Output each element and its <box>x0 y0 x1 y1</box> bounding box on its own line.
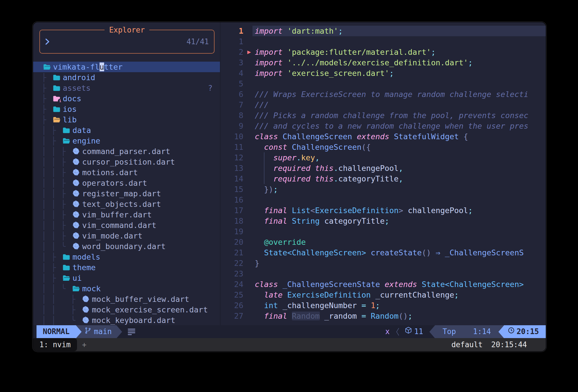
tree-item-vim-buffer-dart[interactable]: ││├vim_buffer.dart <box>33 209 220 220</box>
code-line-10[interactable]: 10class ChallengeScreen extends Stateful… <box>221 131 546 142</box>
tmux-new-window-button[interactable]: + <box>82 340 87 349</box>
code-line-4[interactable]: 4import 'exercise_screen.dart'; <box>221 68 546 78</box>
code-text: }); <box>255 184 546 195</box>
dart-icon <box>72 179 80 187</box>
tree-item-lib[interactable]: ├lib <box>33 114 220 125</box>
code-line-15[interactable]: 15 }); <box>221 184 546 195</box>
tree-item-label: ios <box>63 104 77 114</box>
tree-item-word-boundary-dart[interactable]: ││╰word_boundary.dart <box>33 241 220 252</box>
code-line-8[interactable]: 8/// Picks a random challenge from the p… <box>221 110 546 121</box>
code-line-22[interactable]: 22} <box>221 258 546 268</box>
line-number: 5 <box>221 78 243 89</box>
code-line-24[interactable]: 24class _ChallengeScreenState extends St… <box>221 279 546 290</box>
line-number: 14 <box>221 173 243 184</box>
code-line-1[interactable]: 1import 'dart:math'; <box>221 26 546 36</box>
tree-item-label: data <box>72 125 91 136</box>
code-editor-pane[interactable]: 1import 'dart:math';12▶import 'package:f… <box>221 22 546 325</box>
tree-item-ui[interactable]: │├ui <box>33 273 220 283</box>
statusline: NORMAL main x 11 <box>33 325 546 338</box>
tree-guide: │ <box>49 178 58 188</box>
tmux-window-tab[interactable]: 1: nvim <box>33 338 77 351</box>
folder-cyan-icon <box>52 84 61 92</box>
tree-guide: ├ <box>58 146 68 157</box>
code-line-17[interactable]: 17 final List<ExerciseDefinition> challe… <box>221 205 546 216</box>
tree-item-label: docs <box>63 93 81 104</box>
dart-icon <box>72 211 80 219</box>
git-branch-segment[interactable]: main <box>82 325 116 338</box>
tree-item-motions-dart[interactable]: ││├motions.dart <box>33 167 220 178</box>
tree-item-label: mock_exercise_screen.dart <box>92 304 208 315</box>
code-line-16[interactable]: 16 <box>221 195 546 205</box>
code-line-6[interactable]: 6/// Wraps ExerciseScreen to manage rand… <box>221 89 546 100</box>
tree-item-assets[interactable]: ├assets? <box>33 83 220 93</box>
tree-item-mock-keyboard-dart[interactable]: ││╰mock_keyboard.dart <box>33 315 220 325</box>
code-text: /// Wraps ExerciseScreen to manage rando… <box>255 89 546 100</box>
tree-item-register-map-dart[interactable]: ││├register_map.dart <box>33 188 220 199</box>
tree-guide: ├ <box>39 114 49 125</box>
tree-guide: ├ <box>49 125 58 136</box>
tree-guide: │ <box>39 199 49 209</box>
tree-item-mock-buffer-view-dart[interactable]: ││├mock_buffer_view.dart <box>33 294 220 304</box>
tree-item-label: text_objects.dart <box>82 199 161 209</box>
code-text: required this.challengePool, <box>255 163 546 173</box>
code-line-2[interactable]: 2▶import 'package:flutter/material.dart'… <box>221 47 546 57</box>
code-line-19[interactable]: 19 <box>221 226 546 237</box>
code-line-3[interactable]: 3import '../../models/exercise_definitio… <box>221 57 546 68</box>
tree-item-label: cursor_position.dart <box>82 157 175 167</box>
tree-item-theme[interactable]: │├theme <box>33 262 220 273</box>
code-line-9[interactable]: 9/// and cycles to a new random challeng… <box>221 121 546 131</box>
tree-item-vim-command-dart[interactable]: ││├vim_command.dart <box>33 220 220 231</box>
tree-item-android[interactable]: ├android <box>33 72 220 83</box>
tree-item-docs[interactable]: ├idocs <box>33 93 220 104</box>
dart-icon <box>82 306 90 314</box>
code-line-5[interactable]: 5 <box>221 78 546 89</box>
folder-cyan-icon <box>62 263 71 272</box>
code-line-13[interactable]: 13 required this.challengePool, <box>221 163 546 173</box>
tree-guide: ├ <box>39 104 49 114</box>
tree-item-engine[interactable]: │├engine <box>33 136 220 146</box>
tree-item-command-parser-dart[interactable]: ││├command_parser.dart <box>33 146 220 157</box>
folder-open-cyan-icon <box>72 284 80 293</box>
scroll-position-segment: Top 1:14 <box>435 325 498 338</box>
tree-guide: ├ <box>58 220 68 231</box>
tree-item-mock[interactable]: ││╰mock <box>33 283 220 294</box>
text-cursor: u <box>100 62 104 71</box>
tree-item-text-objects-dart[interactable]: ││├text_objects.dart <box>33 199 220 209</box>
code-line-18[interactable]: 18 final String categoryTitle; <box>221 216 546 226</box>
tree-item-models[interactable]: │├models <box>33 252 220 262</box>
code-line-14[interactable]: 14 required this.categoryTitle, <box>221 173 546 184</box>
tree-item-label: ui <box>72 273 82 283</box>
tree-guide: │ <box>49 220 58 231</box>
tree-item-data[interactable]: │├data <box>33 125 220 136</box>
code-line-23[interactable]: 23 <box>221 268 546 279</box>
tree-guide: ├ <box>68 294 78 304</box>
code-line-7[interactable]: 7/// <box>221 100 546 110</box>
code-text: import 'exercise_screen.dart'; <box>255 68 546 78</box>
tree-item-mock-exercise-screen-dart[interactable]: ││├mock_exercise_screen.dart <box>33 304 220 315</box>
tree-item-ios[interactable]: ├ios <box>33 104 220 114</box>
code-line-12[interactable]: 12 super.key, <box>221 152 546 163</box>
code-line-27[interactable]: 27 final Random _random = Random(); <box>221 311 546 321</box>
code-line-26[interactable]: 26 int _challengeNumber = 1; <box>221 300 546 311</box>
tree-guide: │ <box>39 294 49 304</box>
folder-pink-info-icon: i <box>52 94 61 103</box>
tree-item-operators-dart[interactable]: ││├operators.dart <box>33 178 220 188</box>
tree-item-vim-mode-dart[interactable]: ││├vim_mode.dart <box>33 231 220 241</box>
dart-icon <box>72 168 80 177</box>
clock-icon <box>508 325 515 338</box>
tree-guide: │ <box>39 125 49 136</box>
code-text: int _challengeNumber = 1; <box>255 300 546 311</box>
neotree-explorer-pane[interactable]: Explorer 41/41 vimkata-flutter├android├a… <box>33 22 220 325</box>
dart-icon <box>82 316 90 325</box>
diagnostic-sign-icon: ▶ <box>244 47 254 57</box>
line-number: 21 <box>221 247 243 258</box>
code-line-11[interactable]: 11 const ChallengeScreen({ <box>221 142 546 152</box>
code-line-21[interactable]: 21 State<ChallengeScreen> createState() … <box>221 247 546 258</box>
tree-guide: │ <box>39 178 49 188</box>
tree-item-vimkata-flutter[interactable]: vimkata-flutter <box>33 62 220 72</box>
tree-item-cursor-position-dart[interactable]: ││├cursor_position.dart <box>33 157 220 167</box>
code-line-20[interactable]: 20 @override <box>221 237 546 247</box>
code-line-1-virtual[interactable]: 1 <box>221 36 546 47</box>
code-line-25[interactable]: 25 late ExerciseDefinition _currentChall… <box>221 290 546 300</box>
tree-guide: ╰ <box>68 315 78 325</box>
